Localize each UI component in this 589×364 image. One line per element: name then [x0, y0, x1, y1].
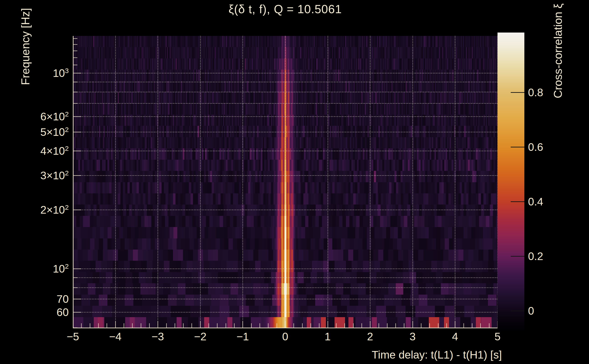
y-tick-exponent: 2 — [65, 263, 69, 270]
y-tick-main: 60 — [57, 306, 69, 318]
plot-area — [73, 36, 497, 328]
x-tick-label: −1 — [236, 330, 249, 343]
y-tick-label: 60 — [12, 306, 69, 318]
y-tick-main: 10 — [53, 67, 65, 79]
x-tick-label: 2 — [367, 330, 373, 343]
colorbar-tick-label: 0.4 — [528, 195, 543, 208]
y-tick-label: 6×102 — [12, 110, 69, 123]
y-tick-exponent: 2 — [65, 145, 69, 152]
y-tick-label: 103 — [12, 67, 69, 79]
y-tick-main: 4×10 — [40, 145, 65, 157]
x-tick-label: −3 — [151, 330, 164, 343]
colorbar — [497, 32, 524, 331]
x-tick-label: 5 — [495, 330, 501, 343]
y-tick-exponent: 3 — [65, 67, 69, 74]
x-tick-label: −4 — [109, 330, 122, 343]
y-tick-exponent: 2 — [65, 169, 69, 176]
colorbar-tick-label: 0.6 — [528, 141, 543, 153]
y-tick-main: 6×10 — [40, 110, 65, 122]
y-tick-label: 3×102 — [12, 169, 69, 182]
colorbar-tick-label: 0.2 — [528, 250, 543, 262]
x-tick-label: −5 — [67, 330, 79, 343]
y-tick-label: 70 — [12, 293, 69, 305]
x-tick-label: 3 — [409, 330, 416, 343]
x-tick-label: −2 — [194, 330, 206, 343]
colorbar-tick-label: 0 — [528, 304, 534, 317]
heatmap-canvas — [73, 36, 497, 328]
x-tick-label: 1 — [325, 330, 331, 343]
x-tick-label: 4 — [452, 330, 458, 343]
y-tick-main: 2×10 — [40, 204, 65, 216]
y-tick-label: 5×102 — [12, 126, 69, 138]
y-tick-main: 70 — [57, 293, 69, 305]
y-tick-exponent: 2 — [65, 110, 69, 118]
y-tick-main: 10 — [53, 263, 65, 275]
page: { "chart_data": { "type": "heatmap", "ti… — [0, 0, 589, 364]
x-tick-label: 0 — [282, 330, 288, 343]
y-tick-main: 3×10 — [40, 169, 65, 181]
y-tick-exponent: 2 — [65, 126, 69, 133]
colorbar-tick-label: 0.8 — [528, 86, 543, 98]
y-tick-label: 102 — [12, 263, 69, 275]
y-tick-exponent: 2 — [65, 204, 69, 211]
chart-title: ξ(δ t, f), Q = 10.5061 — [229, 2, 342, 16]
y-tick-main: 5×10 — [40, 126, 65, 138]
y-tick-label: 2×102 — [12, 204, 69, 216]
y-tick-label: 4×102 — [12, 145, 69, 157]
x-axis-label: Time delay: t(L1) - t(H1) [s] — [372, 349, 502, 361]
